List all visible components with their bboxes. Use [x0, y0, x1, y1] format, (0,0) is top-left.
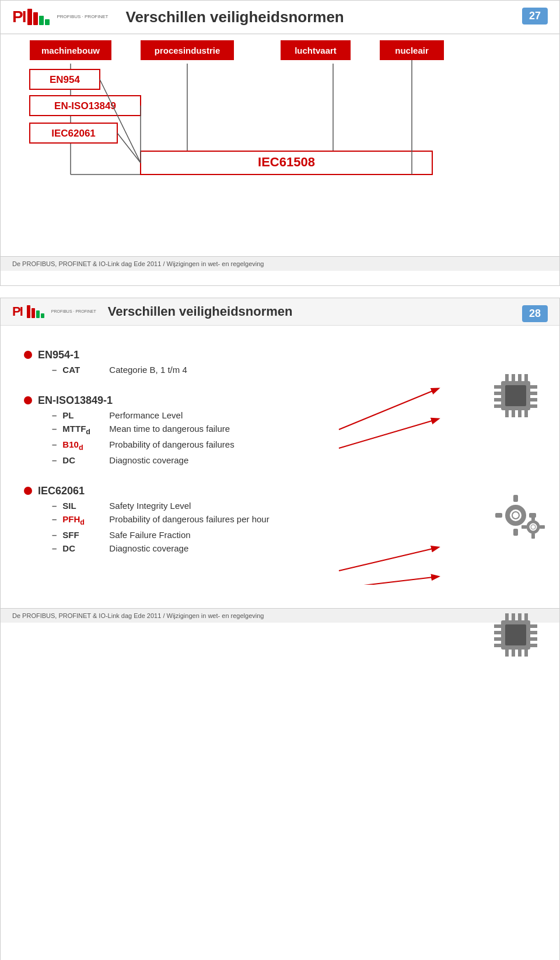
- slide2-logo-bar-3: [36, 310, 40, 318]
- svg-rect-63: [505, 624, 526, 645]
- slide2-number: 28: [522, 305, 548, 322]
- svg-text:IEC61508: IEC61508: [258, 155, 315, 169]
- svg-rect-75: [524, 613, 528, 620]
- svg-rect-64: [494, 624, 501, 628]
- iec62061-dc: – DC Diagnostic coverage: [52, 543, 270, 553]
- sil-label: SIL: [62, 501, 103, 511]
- svg-rect-70: [530, 637, 537, 641]
- eniso-subitems: – PL Performance Level – MTTFd Mean time…: [52, 410, 235, 465]
- iec62061-bullet: IEC62061 – SIL Safety Integrity Level – …: [24, 485, 536, 557]
- dash-cat: –: [52, 365, 57, 375]
- iec62061-sil: – SIL Safety Integrity Level: [52, 501, 270, 511]
- slide2-logo-bar-1: [27, 305, 30, 318]
- eniso-pl: – PL Performance Level: [52, 410, 235, 420]
- iec62061-dot: [24, 487, 32, 495]
- slide1-header: PI PROFIBUS · PROFINET Verschillen veili…: [1, 1, 559, 34]
- logo-subtitle: PROFIBUS · PROFINET: [57, 14, 108, 20]
- logo-bar-1: [27, 9, 32, 25]
- svg-text:machinebouw: machinebouw: [41, 46, 100, 55]
- iec62061-label: IEC62061: [38, 485, 270, 497]
- dash-sil: –: [52, 501, 57, 511]
- iec62061-pfh: – PFHd Probability of dangerous failures…: [52, 514, 270, 526]
- logo-bars-icon: [27, 9, 50, 25]
- svg-rect-66: [494, 637, 501, 641]
- slide1-footer: De PROFIBUS, PROFINET & IO-Link dag Ede …: [1, 256, 559, 271]
- slide2-footer-text: De PROFIBUS, PROFINET & IO-Link dag Ede …: [12, 612, 264, 619]
- section-eniso: EN-ISO13849-1 – PL Performance Level – M…: [24, 395, 536, 469]
- svg-text:procesindustrie: procesindustrie: [155, 46, 220, 55]
- svg-rect-73: [512, 613, 515, 620]
- dash-dc1: –: [52, 455, 57, 465]
- cat-label: CAT: [62, 365, 103, 375]
- dash-b10: –: [52, 439, 57, 449]
- svg-rect-32: [494, 385, 501, 389]
- pfh-sub: d: [80, 518, 85, 526]
- svg-rect-74: [518, 613, 522, 620]
- logo-pi-icon: PI: [12, 8, 50, 26]
- svg-rect-72: [505, 613, 509, 620]
- dash-sff: –: [52, 530, 57, 540]
- en954-subitems: – CAT Categorie B, 1 t/m 4: [52, 365, 187, 375]
- svg-rect-79: [524, 650, 528, 657]
- section-iec62061: IEC62061 – SIL Safety Integrity Level – …: [24, 485, 536, 557]
- chip-icon-bottom: [489, 612, 542, 660]
- pfh-label: PFHd: [62, 514, 103, 526]
- svg-text:IEC62061: IEC62061: [51, 128, 96, 139]
- slide1-title: Verschillen veiligheidsnormen: [125, 8, 548, 26]
- pl-label: PL: [62, 410, 103, 420]
- svg-rect-65: [494, 631, 501, 634]
- slide2-header: PI PROFIBUS · PROFINET Verschillen veili…: [1, 298, 559, 326]
- eniso-mttf: – MTTFd Mean time to dangerous failure: [52, 424, 235, 436]
- svg-rect-36: [530, 385, 537, 389]
- slide2-logo-subtitle: PROFIBUS · PROFINET: [51, 309, 96, 314]
- slide2-title: Verschillen veiligheidsnormen: [108, 304, 293, 319]
- slide2-footer: De PROFIBUS, PROFINET & IO-Link dag Ede …: [1, 608, 559, 623]
- slide-divider: [0, 286, 560, 292]
- en954-bullet: EN954-1 – CAT Categorie B, 1 t/m 4: [24, 349, 536, 378]
- svg-rect-78: [518, 650, 522, 657]
- slide2-logo-icon: PI: [12, 304, 44, 319]
- slide1-logo: PI PROFIBUS · PROFINET: [12, 8, 108, 26]
- en954-label: EN954-1: [38, 349, 187, 361]
- svg-text:EN954: EN954: [50, 74, 80, 85]
- en954-dot: [24, 351, 32, 359]
- dash-mttf: –: [52, 424, 57, 434]
- iec62061-subitems: – SIL Safety Integrity Level – PFHd Prob…: [52, 501, 270, 553]
- logo-pi-text: PI: [12, 8, 25, 26]
- dc1-label: DC: [62, 455, 103, 465]
- logo-bar-2: [33, 12, 38, 25]
- eniso-label: EN-ISO13849-1: [38, 395, 235, 407]
- sff-desc: Safe Failure Fraction: [109, 530, 190, 540]
- slide2-content: EN954-1 – CAT Categorie B, 1 t/m 4 EN-IS…: [1, 326, 559, 585]
- logo-bar-3: [39, 16, 44, 25]
- slide-1: PI PROFIBUS · PROFINET Verschillen veili…: [0, 0, 560, 286]
- eniso-dot: [24, 396, 32, 404]
- cat-desc: Categorie B, 1 t/m 4: [109, 365, 187, 375]
- svg-rect-61: [540, 525, 545, 529]
- logo-bar-4: [45, 19, 50, 25]
- mttf-sub: d: [86, 428, 90, 436]
- dash-pfh: –: [52, 514, 57, 524]
- svg-rect-76: [505, 650, 509, 657]
- slide2-logo-bar-4: [41, 313, 44, 318]
- b10-desc: Probability of dangerous failures: [109, 439, 234, 449]
- pfh-desc: Probability of dangerous failures per ho…: [109, 514, 269, 524]
- svg-rect-67: [494, 644, 501, 647]
- slide2-logo-bars: [27, 305, 44, 318]
- svg-text:nucleair: nucleair: [395, 46, 429, 55]
- dc2-label: DC: [62, 543, 103, 553]
- b10-sub: d: [79, 444, 83, 452]
- slide2-logo-bar-2: [32, 308, 35, 318]
- pl-desc: Performance Level: [109, 410, 183, 420]
- dash-pl: –: [52, 410, 57, 420]
- dc2-desc: Diagnostic coverage: [109, 543, 188, 553]
- svg-rect-69: [530, 631, 537, 634]
- b10-label: B10d: [62, 439, 103, 452]
- slide2-logo: PI PROFIBUS · PROFINET: [12, 304, 96, 319]
- section-en954: EN954-1 – CAT Categorie B, 1 t/m 4: [24, 349, 536, 378]
- slide1-footer-text: De PROFIBUS, PROFINET & IO-Link dag Ede …: [12, 260, 264, 267]
- eniso-bullet: EN-ISO13849-1 – PL Performance Level – M…: [24, 395, 536, 469]
- sil-desc: Safety Integrity Level: [109, 501, 191, 511]
- slide1-diagram: machinebouw procesindustrie luchtvaart n…: [1, 34, 559, 256]
- dash-dc2: –: [52, 543, 57, 553]
